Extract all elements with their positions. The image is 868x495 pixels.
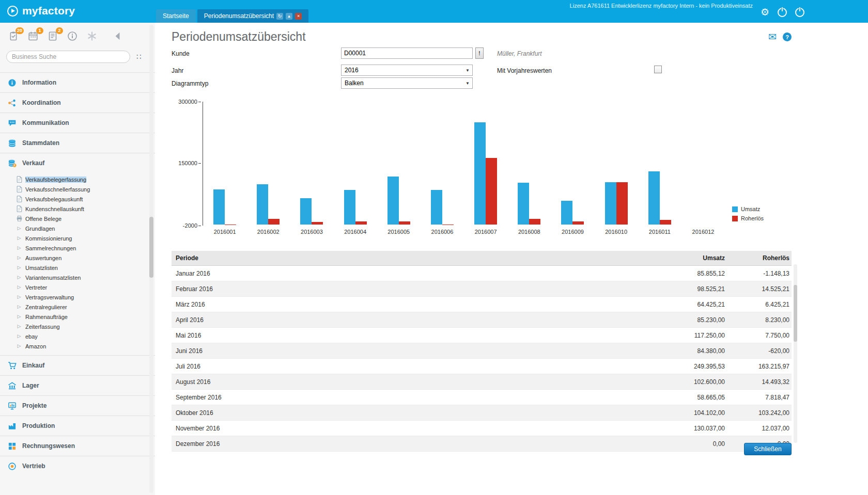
table-row-januar-2016[interactable]: Januar 201685.855,12-1.148,13 bbox=[172, 266, 792, 281]
cell-periode: April 2016 bbox=[172, 312, 647, 328]
sidebar-subitem-auswertungen[interactable]: ▷Auswertungen bbox=[0, 253, 155, 263]
sidebar-nav: InformationKoordinationKommunikationStam… bbox=[0, 72, 155, 476]
info-icon[interactable] bbox=[67, 31, 78, 41]
table-scrollbar[interactable] bbox=[794, 264, 797, 443]
approvals-icon[interactable]: 20 bbox=[8, 31, 19, 41]
help-icon[interactable]: ? bbox=[783, 33, 792, 41]
period-table: Periode Umsatz Roherlös Januar 201685.85… bbox=[172, 251, 792, 452]
x-axis-label: 2016011 bbox=[638, 229, 681, 235]
table-row-februar-2016[interactable]: Februar 201698.525,2114.525,21 bbox=[172, 281, 792, 297]
table-row-dezember-2016[interactable]: Dezember 20160,000,00 bbox=[172, 436, 792, 452]
cell-periode: Oktober 2016 bbox=[172, 405, 647, 421]
sidebar-item-kommunikation[interactable]: Kommunikation bbox=[0, 113, 155, 133]
chevron-down-icon bbox=[466, 68, 472, 73]
table-row-november-2016[interactable]: November 2016130.037,0012.037,00 bbox=[172, 421, 792, 436]
table-row-oktober-2016[interactable]: Oktober 2016104.102,00103.242,00 bbox=[172, 405, 792, 421]
tab-periodenumsatzuebersicht[interactable]: Periodenumsatzübersicht ↻ ▴ × bbox=[197, 9, 308, 23]
sidebar-scrollbar[interactable] bbox=[149, 25, 153, 493]
sidebar-item-projekte[interactable]: Projekte bbox=[0, 395, 155, 416]
sidebar-item-produktion[interactable]: Produktion bbox=[0, 416, 155, 436]
tab-popout-icon[interactable]: ▴ bbox=[286, 13, 292, 20]
sidebar-subitem-variantenumsatzlisten[interactable]: ▷Variantenumsatzlisten bbox=[0, 273, 155, 282]
sidebar-subitem-vertragsverwaltung[interactable]: ▷Vertragsverwaltung bbox=[0, 292, 155, 302]
sidebar-item-verkauf[interactable]: €Verkauf bbox=[0, 153, 155, 173]
sidebar-subitem-verkaufsbelegerfassung[interactable]: Verkaufsbelegerfassung bbox=[0, 174, 155, 184]
x-axis-label: 2016006 bbox=[421, 229, 464, 235]
table-row-april-2016[interactable]: April 201685.230,008.230,00 bbox=[172, 312, 792, 328]
sidebar-subitem-zentralregulierer[interactable]: ▷Zentralregulierer bbox=[0, 302, 155, 312]
cell-roherloes: 14.525,21 bbox=[727, 281, 792, 297]
tab-close-icon[interactable]: × bbox=[295, 13, 302, 20]
table-row-märz-2016[interactable]: März 201664.425,216.425,21 bbox=[172, 297, 792, 312]
expand-arrow-icon: ▷ bbox=[16, 305, 22, 309]
sidebar-subitem-vertreter[interactable]: ▷Vertreter bbox=[0, 282, 155, 292]
settings-icon[interactable]: ⚙ bbox=[761, 7, 769, 17]
y-axis-tick-label: -2000 bbox=[183, 222, 197, 229]
sidebar-item-label: Rechnungswesen bbox=[22, 442, 75, 450]
sidebar-subitem-verkaufsbelegauskunft[interactable]: Verkaufsbelegauskunft bbox=[0, 194, 155, 204]
mail-icon[interactable]: ✉ bbox=[768, 31, 777, 43]
back-icon[interactable] bbox=[113, 31, 123, 41]
diagrammtyp-label: Diagrammtyp bbox=[172, 80, 208, 87]
sidebar-subitem-label: Verkaufsbelegauskunft bbox=[25, 196, 83, 202]
logout-icon[interactable] bbox=[778, 8, 787, 17]
sidebar-item-koordination[interactable]: Koordination bbox=[0, 92, 155, 113]
database-icon bbox=[8, 139, 17, 148]
table-row-mai-2016[interactable]: Mai 2016117.250,007.750,00 bbox=[172, 328, 792, 343]
notes-icon[interactable]: 2 bbox=[48, 31, 58, 41]
expand-arrow-icon: ▷ bbox=[16, 226, 22, 231]
sidebar-item-einkauf[interactable]: Einkauf bbox=[0, 355, 155, 375]
shutdown-icon[interactable] bbox=[795, 8, 804, 17]
sidebar-subitem-kundenschnellauskunft[interactable]: Kundenschnellauskunft bbox=[0, 204, 155, 214]
sidebar-subitem-ebay[interactable]: ▷ebay bbox=[0, 331, 155, 341]
sidebar-toolbar: 2012 bbox=[0, 23, 155, 46]
jahr-select[interactable]: 2016 bbox=[341, 65, 473, 76]
table-row-juni-2016[interactable]: Juni 201684.380,00-620,00 bbox=[172, 343, 792, 359]
sidebar-subitem-umsatzlisten[interactable]: ▷Umsatzlisten bbox=[0, 263, 155, 273]
sidebar-item-information[interactable]: Information bbox=[0, 72, 155, 92]
table-row-juli-2016[interactable]: Juli 2016249.395,53163.215,97 bbox=[172, 359, 792, 374]
x-axis-label: 2016001 bbox=[203, 229, 246, 235]
sidebar-item-vertrieb[interactable]: Vertrieb bbox=[0, 456, 155, 476]
legend-item-umsatz: Umsatz bbox=[732, 206, 764, 212]
close-button[interactable]: Schließen bbox=[744, 443, 792, 455]
x-axis-label: 2016003 bbox=[290, 229, 333, 235]
sidebar-subitem-zeiterfassung[interactable]: ▷Zeiterfassung bbox=[0, 322, 155, 331]
scrollbar-thumb[interactable] bbox=[149, 217, 153, 278]
app-logo[interactable]: myfactory bbox=[7, 5, 75, 17]
table-row-september-2016[interactable]: September 201658.665,057.818,47 bbox=[172, 390, 792, 405]
sidebar-item-stammdaten[interactable]: Stammdaten bbox=[0, 133, 155, 153]
sidebar-subitem-grundlagen[interactable]: ▷Grundlagen bbox=[0, 223, 155, 233]
business-search-input[interactable] bbox=[6, 51, 130, 63]
calendar-icon[interactable]: 1 bbox=[28, 31, 38, 41]
bar-group-2016009: 2016009 bbox=[551, 102, 594, 226]
sidebar-subitem-label: Verkaufsbelegerfassung bbox=[25, 177, 86, 183]
tab-refresh-icon[interactable]: ↻ bbox=[276, 13, 283, 20]
vorjahreswerte-checkbox[interactable] bbox=[654, 66, 662, 73]
sidebar-subitem-label: Vertreter bbox=[25, 284, 47, 291]
bar-group-2016010: 2016010 bbox=[595, 102, 638, 226]
bar-umsatz-2016011 bbox=[648, 171, 660, 225]
cell-umsatz: 102.600,00 bbox=[647, 374, 727, 390]
sidebar-subitem-label: Kundenschnellauskunft bbox=[25, 206, 84, 212]
kunde-input[interactable] bbox=[341, 47, 473, 59]
table-row-august-2016[interactable]: August 2016102.600,0014.493,32 bbox=[172, 374, 792, 390]
sidebar-item-rechnungswesen[interactable]: Rechnungswesen bbox=[0, 436, 155, 456]
sidebar-subitem-rahmenaufträge[interactable]: ▷Rahmenaufträge bbox=[0, 312, 155, 322]
kunde-lookup-button[interactable]: ! bbox=[475, 47, 484, 59]
scrollbar-thumb[interactable] bbox=[794, 285, 797, 342]
diagrammtyp-select[interactable]: Balken bbox=[341, 77, 473, 89]
sidebar-subitem-verkaufsschnellerfassung[interactable]: Verkaufsschnellerfassung bbox=[0, 184, 155, 194]
sidebar-subitem-kommissionierung[interactable]: ▷Kommissionierung bbox=[0, 233, 155, 243]
sidebar-subitem-amazon[interactable]: ▷Amazon bbox=[0, 341, 155, 351]
cell-roherloes: 12.037,00 bbox=[727, 421, 792, 436]
search-options-icon[interactable]: ∷ bbox=[136, 52, 142, 61]
sidebar-item-lager[interactable]: Lager bbox=[0, 375, 155, 395]
sidebar-subitem-sammelrechnungen[interactable]: ▷Sammelrechnungen bbox=[0, 243, 155, 253]
asterisk-icon[interactable] bbox=[87, 31, 97, 41]
tab-startseite[interactable]: Startseite bbox=[156, 9, 196, 23]
sidebar-subitem-offene-belege[interactable]: Offene Belege bbox=[0, 214, 155, 223]
cell-roherloes: 7.750,00 bbox=[727, 328, 792, 343]
sidebar-item-label: Projekte bbox=[22, 402, 47, 409]
cell-umsatz: 117.250,00 bbox=[647, 328, 727, 343]
